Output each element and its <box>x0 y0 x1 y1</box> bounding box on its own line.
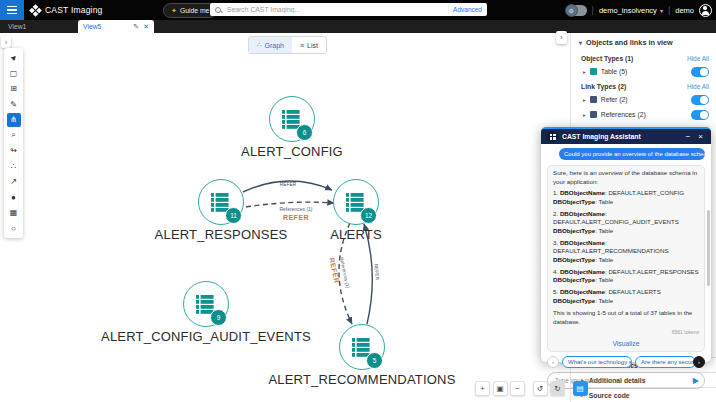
object-types-title: Object Types (1) <box>581 55 633 62</box>
assistant-logo-icon <box>547 131 558 142</box>
hide-all-objects-link[interactable]: Hide All <box>687 55 709 62</box>
cast-logo-icon <box>29 4 42 17</box>
brand-title: CAST Imaging <box>45 5 103 15</box>
view-tab-bar: View1 View5 ✎ ✕ <box>0 20 716 33</box>
fit-to-screen-button[interactable]: ▣ <box>493 381 508 396</box>
assistant-window: CAST Imaging Assistant − × Could you pro… <box>541 127 711 362</box>
node-label: ALERT_RECOMMENDATIONS <box>242 372 482 387</box>
username-label: demo <box>675 6 694 15</box>
search-icon <box>215 7 221 13</box>
graph-canvas[interactable] <box>0 33 570 402</box>
multi-select-tool-icon[interactable]: ⊞ <box>7 82 21 96</box>
left-panel-collapse-handle[interactable]: › <box>1 36 11 48</box>
chevron-down-icon: ▾ <box>579 39 582 46</box>
zoom-in-button[interactable]: + <box>475 381 490 396</box>
edit-tool-icon[interactable]: ✎ <box>7 98 21 112</box>
node-count-badge: 11 <box>225 207 242 224</box>
top-bar: CAST Imaging ✦ Guide me Advanced ⚙ | dem… <box>0 0 716 20</box>
graph-icon: ∴ <box>257 41 261 49</box>
response-intro: Sure, here is an overview of the databas… <box>553 169 699 186</box>
filled-node-tool-icon[interactable]: ● <box>7 191 21 205</box>
expand-arrow-icon[interactable]: ▸ <box>583 112 586 118</box>
node-count-badge: 9 <box>210 309 227 326</box>
zoom-tool-icon[interactable]: ⌕ <box>7 129 21 143</box>
outline-node-tool-icon[interactable]: ○ <box>7 222 21 236</box>
node-label: ALERTS <box>236 227 476 242</box>
graph-view-button[interactable]: ∴ Graph <box>249 37 292 53</box>
graph-list-toggle: ∴ Graph ≡ List <box>248 36 327 54</box>
graph-nodes-tool-icon[interactable]: ∴ <box>7 160 21 174</box>
assistant-header[interactable]: CAST Imaging Assistant − × <box>541 129 711 144</box>
type-label: Table (5) <box>601 68 687 75</box>
chat-scrollbar[interactable] <box>707 210 710 286</box>
pointer-tool-icon[interactable]: ► <box>7 51 21 65</box>
assistant-body: Could you provide an overview of the dat… <box>541 144 711 389</box>
chevron-down-icon: ▾ <box>660 7 663 14</box>
suggestion-chips: ‹What's our technology stack?Are there a… <box>547 356 705 368</box>
type-label: References (2) <box>601 111 687 118</box>
type-color-swatch <box>590 96 597 103</box>
lasso-tool-icon[interactable]: ↬ <box>7 144 21 158</box>
scroll-left-icon[interactable]: ‹ <box>547 356 559 368</box>
visibility-toggle[interactable] <box>691 95 709 105</box>
hamburger-menu-icon[interactable] <box>0 0 24 20</box>
divider: | <box>668 5 670 15</box>
tab-view1[interactable]: View1 <box>8 23 26 30</box>
marquee-select-tool-icon[interactable]: ▢ <box>7 67 21 81</box>
top-right-controls: ⚙ | demo_insolvency▾ | demo <box>566 0 712 20</box>
schema-item: 2. DBObjectName: DEFAULT.ALERT_CONFIG_AU… <box>553 210 699 236</box>
hide-all-links-link[interactable]: Hide All <box>687 83 709 90</box>
advanced-search-link[interactable]: Advanced <box>448 6 482 13</box>
list-icon: ≡ <box>300 42 304 49</box>
assistant-response: Sure, here is an overview of the databas… <box>547 165 705 352</box>
tab-view5[interactable]: View5 ✎ ✕ <box>78 20 154 33</box>
type-color-swatch <box>590 68 597 75</box>
expand-arrow-icon[interactable]: ▸ <box>583 69 586 75</box>
app-window: CAST Imaging ✦ Guide me Advanced ⚙ | dem… <box>0 0 716 402</box>
assistant-toggle[interactable]: ⚙ <box>566 5 587 16</box>
schema-item: 1. DBObjectName: DEFAULT.ALERT_CONFIGDBO… <box>553 189 699 206</box>
canvas-zoom-controls: +▣−↺↻▤ <box>475 381 588 396</box>
undo-button[interactable]: ↺ <box>533 381 548 396</box>
suggestion-chip-0[interactable]: What's our technology stack? <box>562 356 632 368</box>
visibility-toggle[interactable] <box>691 110 709 120</box>
list-view-button[interactable]: ≡ List <box>292 37 326 53</box>
schema-item: 3. DBObjectName: DEFAULT.ALERT_RECOMMEND… <box>553 239 699 265</box>
expand-arrow-icon[interactable]: ▸ <box>583 97 586 103</box>
close-icon[interactable]: × <box>696 132 705 141</box>
redo-button[interactable]: ↻ <box>550 381 565 396</box>
type-color-swatch <box>590 111 597 118</box>
frame-tool-icon[interactable]: ▦ <box>7 206 21 220</box>
node-count-badge: 5 <box>366 352 383 369</box>
suggestion-chip-1[interactable]: Are there any security fla <box>635 356 696 368</box>
edit-tab-icon[interactable]: ✎ <box>133 23 139 31</box>
type-label: Refer (2) <box>601 96 687 103</box>
link-tool-icon[interactable]: ↗ <box>7 175 21 189</box>
schema-item: 4. DBObjectName: DEFAULT.ALERT_RESPONSES… <box>553 268 699 285</box>
objects-links-header[interactable]: ▾ Objects and links in view <box>571 33 716 51</box>
visualize-link[interactable]: Visualize <box>553 339 699 349</box>
schema-item: 5. DBObjectName: DEFAULT.ALERTSDBObjectT… <box>553 288 699 305</box>
workspace-selector[interactable]: demo_insolvency▾ <box>599 6 663 15</box>
assistant-title: CAST Imaging Assistant <box>562 133 680 140</box>
user-avatar-icon[interactable] <box>699 4 712 17</box>
user-message: Could you provide an overview of the dat… <box>559 148 705 160</box>
global-search: Advanced <box>210 3 487 16</box>
minimize-icon[interactable]: − <box>684 132 693 141</box>
node-count-badge: 6 <box>296 124 313 141</box>
scroll-right-icon[interactable]: › <box>693 356 705 368</box>
link-type-row: ▸Refer (2) <box>571 92 716 107</box>
token-count: 6561 tokens <box>553 329 699 336</box>
canvas-toolbar: ►▢⊞✎⋔⌕↬∴↗●▦○ <box>4 48 23 238</box>
search-input[interactable] <box>225 5 448 14</box>
divider: | <box>592 5 594 15</box>
minimap-button[interactable]: ▤ <box>573 381 588 396</box>
response-summary: This is showing 1-5 out of a total of 37… <box>553 309 699 326</box>
path-explore-tool-icon[interactable]: ⋔ <box>7 113 21 127</box>
visibility-toggle[interactable] <box>691 67 709 77</box>
node-label: ALERT_CONFIG <box>172 144 412 159</box>
close-tab-icon[interactable]: ✕ <box>143 23 149 31</box>
right-panel-collapse-handle[interactable]: › <box>556 31 567 44</box>
zoom-out-button[interactable]: − <box>510 381 525 396</box>
send-icon[interactable]: ▶ <box>693 377 699 385</box>
